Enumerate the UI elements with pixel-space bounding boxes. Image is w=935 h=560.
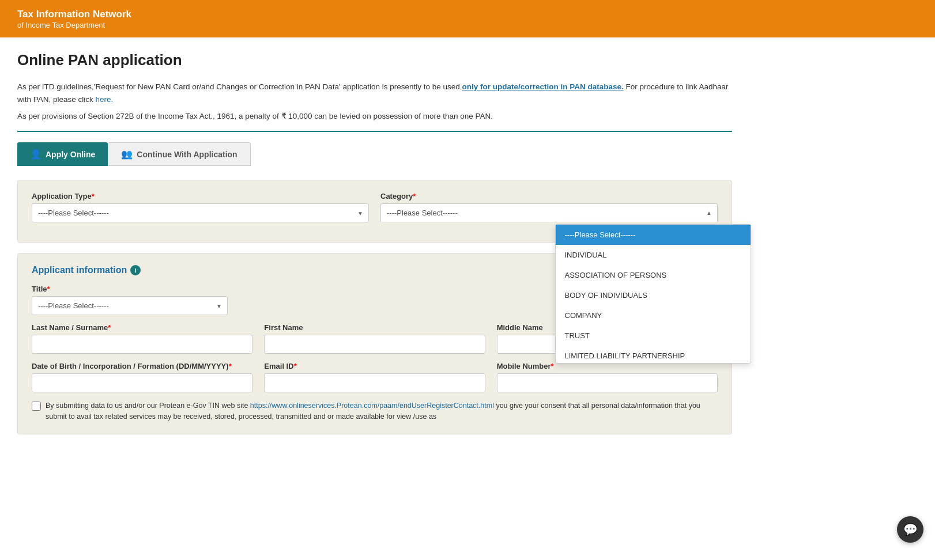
notice-prefix: As per ITD guidelines,'Request for New P… [17,82,462,91]
main-content: Online PAN application As per ITD guidel… [0,37,749,448]
application-type-select[interactable]: ----Please Select------ [32,203,369,222]
title-group: Title* ----Please Select------ [32,285,228,315]
dob-label: Date of Birth / Incorporation / Formatio… [32,362,252,370]
tab-apply-online-label: Apply Online [46,150,95,159]
category-option-please-select[interactable]: ----Please Select------ [556,225,751,245]
application-type-label: Application Type* [32,192,369,200]
email-input[interactable] [264,373,485,392]
consent-prefix: By submitting data to us and/or our Prot… [46,402,250,410]
first-name-label: First Name [264,323,485,332]
dob-input[interactable] [32,373,252,392]
last-name-input[interactable] [32,335,252,354]
mobile-input[interactable] [497,373,718,392]
divider [17,131,732,132]
application-type-group: Application Type* ----Please Select-----… [32,192,369,222]
consent-link[interactable]: https://www.onlineservices.Protean.com/p… [250,402,494,410]
title-select-wrapper: ----Please Select------ [32,296,228,315]
applicant-info-title-text: Applicant information [32,265,127,275]
dob-group: Date of Birth / Incorporation / Formatio… [32,362,252,392]
tab-continue-application-label: Continue With Application [137,150,237,159]
first-name-input[interactable] [264,335,485,354]
consent-row: By submitting data to us and/or our Prot… [32,400,718,422]
email-group: Email ID* [264,362,485,392]
pan-update-link[interactable]: only for update/correction in PAN databa… [462,82,624,91]
apply-online-icon: 👤 [30,149,42,160]
category-dropdown-list: ----Please Select------ INDIVIDUAL ASSOC… [556,225,751,363]
category-select-wrapper: ----Please Select------ [380,203,718,222]
site-header: Tax Information Network of Income Tax De… [0,0,935,37]
tab-bar: 👤 Apply Online 👥 Continue With Applicati… [17,142,732,166]
applicant-info-icon[interactable]: i [130,265,141,275]
penalty-notice: As per provisions of Section 272B of the… [17,111,732,120]
consent-text: By submitting data to us and/or our Prot… [46,400,718,422]
category-dropdown: ----Please Select------ INDIVIDUAL ASSOC… [555,224,751,364]
application-type-select-wrapper: ----Please Select------ [32,203,369,222]
category-group: Category* ----Please Select------ ----Pl… [380,192,718,222]
category-option-company[interactable]: COMPANY [556,305,751,326]
title-label: Title* [32,285,228,293]
category-option-individual[interactable]: INDIVIDUAL [556,245,751,265]
category-option-body[interactable]: BODY OF INDIVIDUALS [556,285,751,305]
continue-application-icon: 👥 [121,149,133,160]
application-type-section: Application Type* ----Please Select-----… [17,180,732,243]
last-name-group: Last Name / Surname* [32,323,252,354]
page-title: Online PAN application [17,51,732,69]
mobile-group: Mobile Number* [497,362,718,392]
category-option-association[interactable]: ASSOCIATION OF PERSONS [556,265,751,285]
tab-continue-application[interactable]: 👥 Continue With Application [108,142,250,166]
site-title: Tax Information Network [17,8,131,21]
title-select[interactable]: ----Please Select------ [32,296,228,315]
site-subtitle: of Income Tax Department [17,21,131,29]
tab-apply-online[interactable]: 👤 Apply Online [17,142,108,166]
category-select[interactable]: ----Please Select------ [380,203,718,222]
category-label: Category* [380,192,718,200]
first-name-group: First Name [264,323,485,354]
dob-email-mobile-row: Date of Birth / Incorporation / Formatio… [32,362,718,392]
category-option-llp[interactable]: LIMITED LIABILITY PARTNERSHIP [556,346,751,363]
notice-line1: As per ITD guidelines,'Request for New P… [17,81,732,105]
here-link[interactable]: here. [96,95,114,104]
email-label: Email ID* [264,362,485,370]
app-type-category-row: Application Type* ----Please Select-----… [32,192,718,222]
category-option-trust[interactable]: TRUST [556,326,751,346]
consent-checkbox[interactable] [32,402,41,411]
last-name-label: Last Name / Surname* [32,323,252,332]
